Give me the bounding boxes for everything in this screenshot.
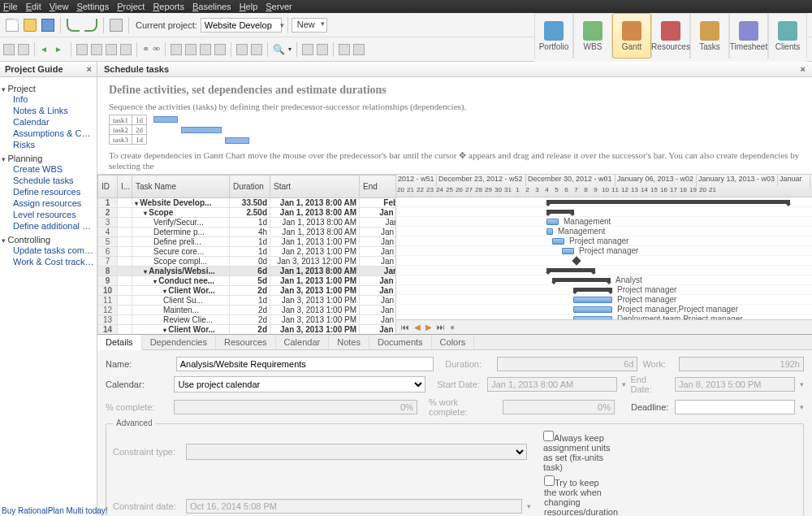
details-tabs: DetailsDependenciesResourcesCalendarNote… bbox=[97, 335, 812, 350]
tool-icon[interactable] bbox=[185, 44, 197, 55]
open-icon[interactable] bbox=[24, 19, 37, 32]
nav-prev-icon[interactable]: ◀ bbox=[414, 323, 421, 332]
table-row[interactable]: 6Secure core...1dJan 2, 2013 1:00 PMJan … bbox=[98, 247, 397, 257]
tab-tasks[interactable]: Tasks bbox=[690, 13, 729, 59]
tool-icon[interactable] bbox=[120, 44, 132, 55]
tool-icon[interactable] bbox=[171, 44, 182, 55]
table-row[interactable]: 11Client Su...1dJan 3, 2013 1:00 PMJan 4… bbox=[98, 296, 397, 306]
sidebar-item[interactable]: Info bbox=[13, 93, 95, 105]
buy-link[interactable]: Buy RationalPlan Multi today! bbox=[2, 506, 108, 515]
timeline-days: 2021222324252627282930311234567891011121… bbox=[396, 186, 812, 197]
redo-icon[interactable] bbox=[84, 19, 97, 32]
deadline-label: Deadline: bbox=[631, 402, 670, 412]
nav-last-icon[interactable]: ⏭ bbox=[437, 323, 445, 332]
tab-wbs[interactable]: WBS bbox=[573, 13, 612, 59]
tool-icon[interactable] bbox=[236, 44, 248, 55]
group-project[interactable]: Project bbox=[2, 84, 95, 93]
tool-icon[interactable] bbox=[317, 44, 328, 55]
tab-resources[interactable]: Resources bbox=[651, 13, 690, 59]
fix-units-checkbox[interactable] bbox=[543, 431, 554, 441]
print-icon[interactable] bbox=[110, 19, 123, 32]
menu-file[interactable]: File bbox=[3, 2, 18, 11]
group-planning[interactable]: Planning bbox=[2, 154, 95, 163]
nav-next-icon[interactable]: ▶ bbox=[425, 323, 432, 332]
sidebar-item[interactable]: Assign resources bbox=[13, 197, 95, 209]
tool-icon[interactable] bbox=[353, 44, 365, 55]
complete-input bbox=[174, 400, 417, 414]
close-icon[interactable]: × bbox=[87, 64, 92, 74]
sidebar-item[interactable]: Define resources bbox=[13, 186, 95, 197]
undo-icon[interactable] bbox=[67, 19, 80, 32]
tab-notes[interactable]: Notes bbox=[329, 335, 369, 349]
tool-icon[interactable] bbox=[200, 44, 211, 55]
sidebar-tree: ProjectInfoNotes & LinksCalendarAssumpti… bbox=[0, 77, 97, 271]
menu-edit[interactable]: Edit bbox=[26, 2, 41, 11]
task-grid[interactable]: IDI...Task NameDurationStartEnd 1Website… bbox=[97, 175, 396, 334]
tab-gantt[interactable]: Gantt bbox=[612, 13, 651, 59]
table-row[interactable]: 1Website Develop...33.50dJan 1, 2013 8:0… bbox=[98, 198, 397, 208]
close-icon[interactable]: × bbox=[801, 64, 806, 74]
tool-icon[interactable] bbox=[302, 44, 313, 55]
tab-details[interactable]: Details bbox=[97, 335, 142, 350]
table-row[interactable]: 4Determine p...4hJan 1, 2013 8:00 AMJan … bbox=[98, 228, 397, 237]
menu-help[interactable]: Help bbox=[240, 2, 258, 11]
tool-icon[interactable] bbox=[106, 44, 117, 55]
tab-portfolio[interactable]: Portfolio bbox=[534, 13, 573, 59]
tool-icon[interactable] bbox=[3, 44, 15, 55]
menu-baselines[interactable]: Baselines bbox=[192, 2, 231, 11]
menu-server[interactable]: Server bbox=[266, 2, 292, 11]
current-project-input[interactable] bbox=[201, 18, 282, 33]
tab-resources[interactable]: Resources bbox=[216, 335, 276, 349]
tool-icon[interactable] bbox=[18, 44, 29, 55]
table-row[interactable]: 3Verify/Secur...1dJan 1, 2013 8:00 AMJan… bbox=[98, 218, 397, 228]
tab-clients[interactable]: Clients bbox=[768, 13, 807, 59]
table-row[interactable]: 7Scope compl...0dJan 3, 2013 12:00 PMJan… bbox=[98, 257, 397, 267]
name-input[interactable] bbox=[176, 357, 434, 371]
tab-documents[interactable]: Documents bbox=[369, 335, 432, 349]
menu-project[interactable]: Project bbox=[117, 2, 145, 11]
start-label: Start Date: bbox=[437, 379, 482, 389]
new-dropdown[interactable]: New bbox=[292, 18, 327, 33]
table-row[interactable]: 8Analysis/Websi...6dJan 1, 2013 8:00 AMJ… bbox=[98, 267, 397, 276]
tab-calendar[interactable]: Calendar bbox=[276, 335, 330, 349]
deadline-input[interactable] bbox=[675, 400, 795, 414]
nav-first-icon[interactable]: ⏮ bbox=[401, 323, 409, 332]
sidebar-item[interactable]: Calendar bbox=[13, 116, 95, 128]
menu-view[interactable]: View bbox=[50, 2, 69, 11]
table-row[interactable]: 14Client Wor...2dJan 3, 2013 1:00 PMJan … bbox=[98, 325, 397, 335]
sidebar-item[interactable]: Work & Cost tracking bbox=[13, 256, 95, 267]
tool-icon[interactable] bbox=[214, 44, 226, 55]
menu-settings[interactable]: Settings bbox=[76, 2, 109, 11]
sidebar-item[interactable]: Risks bbox=[13, 139, 95, 150]
table-row[interactable]: 2Scope2.50dJan 1, 2013 8:00 AMJan 3, 201… bbox=[98, 208, 397, 218]
calendar-select[interactable]: Use project calendar bbox=[174, 376, 425, 392]
tool-icon[interactable] bbox=[91, 44, 102, 55]
sidebar-item[interactable]: Level resources bbox=[13, 209, 95, 220]
sidebar-item[interactable]: Define additional costs for tasks bbox=[13, 220, 95, 232]
table-row[interactable]: 5Define preli...1dJan 1, 2013 1:00 PMJan… bbox=[98, 237, 397, 247]
sidebar-item[interactable]: Assumptions & Constraints bbox=[13, 128, 95, 139]
save-icon[interactable] bbox=[41, 19, 54, 32]
sidebar-item[interactable]: Create WBS bbox=[13, 163, 95, 175]
menubar: FileEditViewSettingsProjectReportsBaseli… bbox=[0, 0, 812, 13]
gantt-chart[interactable]: 2012 - w51December 23, 2012 - w52Decembe… bbox=[396, 175, 812, 334]
table-row[interactable]: 10Client Wor...2dJan 3, 2013 1:00 PMJan … bbox=[98, 286, 397, 296]
indent-icon[interactable] bbox=[54, 44, 66, 55]
table-row[interactable]: 13Review Clie...2dJan 3, 2013 1:00 PMJan… bbox=[98, 315, 397, 325]
tool-icon[interactable] bbox=[251, 44, 262, 55]
tab-colors[interactable]: Colors bbox=[432, 335, 475, 349]
tab-dependencies[interactable]: Dependencies bbox=[142, 335, 216, 349]
outdent-icon[interactable] bbox=[40, 44, 51, 55]
new-icon[interactable] bbox=[6, 19, 19, 32]
tool-icon[interactable] bbox=[76, 44, 88, 55]
table-row[interactable]: 12Mainten...2dJan 3, 2013 1:00 PMJan 7, … bbox=[98, 306, 397, 315]
table-row[interactable]: 9Conduct nee...5dJan 1, 2013 1:00 PMJan … bbox=[98, 276, 397, 286]
sidebar-item[interactable]: Schedule tasks bbox=[13, 175, 95, 186]
group-controlling[interactable]: Controlling bbox=[2, 235, 95, 245]
menu-reports[interactable]: Reports bbox=[153, 2, 184, 11]
sidebar-item[interactable]: Notes & Links bbox=[13, 105, 95, 116]
sidebar-item[interactable]: Update tasks completion bbox=[13, 245, 95, 256]
work-driven-checkbox[interactable] bbox=[544, 475, 555, 486]
tool-icon[interactable] bbox=[339, 44, 350, 55]
tab-timesheet[interactable]: Timesheet bbox=[729, 13, 768, 59]
